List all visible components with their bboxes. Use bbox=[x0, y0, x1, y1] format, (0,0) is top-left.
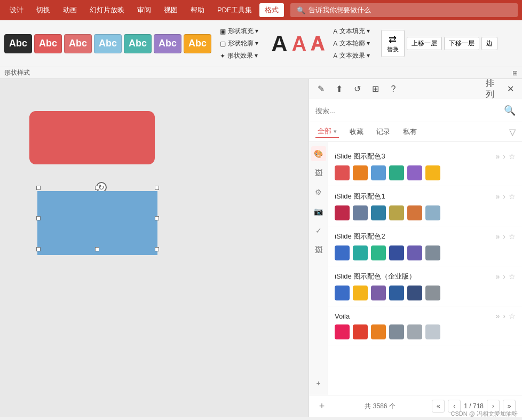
swatch-4-0[interactable] bbox=[335, 286, 350, 300]
style-dark-btn[interactable]: Abc bbox=[4, 34, 32, 53]
group-5-star-btn[interactable]: ☆ bbox=[509, 312, 516, 320]
panel-close-btn[interactable]: ✕ bbox=[503, 82, 518, 97]
swatch-5-2[interactable] bbox=[371, 324, 386, 339]
shape-outline-btn[interactable]: ▢ 形状轮廓 ▾ bbox=[218, 38, 260, 49]
group-3-expand-btn[interactable]: » bbox=[496, 232, 500, 241]
group-3-next-btn[interactable]: › bbox=[503, 232, 505, 241]
text-outline-btn[interactable]: A 文本轮廓 ▾ bbox=[331, 38, 372, 49]
handle-midright[interactable] bbox=[155, 216, 159, 220]
sidebar-add-btn[interactable]: + bbox=[311, 376, 326, 391]
group-2-expand-btn[interactable]: » bbox=[496, 192, 500, 201]
group-1-next-btn[interactable]: › bbox=[503, 152, 505, 161]
style-pink-btn[interactable]: Abc bbox=[64, 34, 92, 53]
swatch-4-4[interactable] bbox=[407, 286, 422, 300]
swatch-3-1[interactable] bbox=[353, 245, 368, 260]
swatch-2-4[interactable] bbox=[407, 205, 422, 220]
menu-design[interactable]: 设计 bbox=[4, 3, 29, 17]
group-4-next-btn[interactable]: › bbox=[503, 272, 505, 281]
swatch-4-5[interactable] bbox=[425, 286, 440, 300]
swatch-3-2[interactable] bbox=[371, 245, 386, 260]
move-end-btn[interactable]: 边 bbox=[481, 37, 497, 50]
group-4-star-btn[interactable]: ☆ bbox=[509, 272, 516, 281]
menu-animation[interactable]: 动画 bbox=[58, 3, 82, 17]
group-1-expand-btn[interactable]: » bbox=[496, 152, 500, 161]
swatch-3-5[interactable] bbox=[425, 245, 440, 260]
panel-edit-btn[interactable]: ✎ bbox=[313, 82, 328, 97]
swatch-4-2[interactable] bbox=[371, 286, 386, 300]
swatch-5-1[interactable] bbox=[353, 324, 368, 339]
menu-format[interactable]: 格式 bbox=[259, 3, 284, 17]
swatch-2-3[interactable] bbox=[389, 205, 404, 220]
group-4-expand-btn[interactable]: » bbox=[496, 272, 500, 281]
swatch-5-0[interactable] bbox=[335, 324, 350, 339]
panel-grid-btn[interactable]: ⊞ bbox=[368, 82, 383, 97]
footer-add-btn[interactable]: + bbox=[315, 400, 328, 413]
style-red-btn[interactable]: Abc bbox=[34, 34, 62, 53]
sidebar-photo2-btn[interactable]: 🖼 bbox=[311, 242, 326, 257]
top-search[interactable]: 🔍 告诉我你想要做什么 bbox=[290, 3, 518, 17]
swatch-2-0[interactable] bbox=[335, 205, 350, 220]
handle-topleft[interactable] bbox=[36, 186, 41, 190]
swatch-1-5[interactable] bbox=[425, 165, 440, 180]
swatch-3-4[interactable] bbox=[407, 245, 422, 260]
tab-favorites[interactable]: 收藏 bbox=[347, 126, 366, 138]
panel-search-input[interactable] bbox=[315, 107, 500, 115]
swatch-1-1[interactable] bbox=[353, 165, 368, 180]
menu-pdf[interactable]: PDF工具集 bbox=[212, 3, 257, 17]
shape-fill-btn[interactable]: ▣ 形状填充 ▾ bbox=[218, 26, 260, 37]
group-1-star-btn[interactable]: ☆ bbox=[509, 152, 516, 161]
style-purple-btn[interactable]: Abc bbox=[154, 34, 181, 53]
swatch-1-0[interactable] bbox=[335, 165, 350, 180]
swatch-5-5[interactable] bbox=[425, 324, 440, 339]
panel-help-btn[interactable]: ? bbox=[386, 82, 401, 97]
menu-help[interactable]: 帮助 bbox=[185, 3, 210, 17]
menu-slideshow[interactable]: 幻灯片放映 bbox=[84, 3, 130, 17]
handle-bottomright[interactable] bbox=[155, 247, 159, 251]
move-up-btn[interactable]: 上移一层 bbox=[407, 37, 442, 50]
panel-refresh-btn[interactable]: ↺ bbox=[350, 82, 365, 97]
swatch-2-1[interactable] bbox=[353, 205, 368, 220]
swatch-2-5[interactable] bbox=[425, 205, 440, 220]
sidebar-image-btn[interactable]: 🖼 bbox=[311, 165, 326, 180]
tab-all[interactable]: 全部 ▾ bbox=[315, 125, 339, 138]
handle-topmid[interactable] bbox=[95, 186, 99, 190]
style-teal-btn[interactable]: Abc bbox=[124, 34, 152, 53]
tab-private[interactable]: 私有 bbox=[401, 126, 419, 138]
menu-view[interactable]: 视图 bbox=[159, 3, 183, 17]
swatch-3-0[interactable] bbox=[335, 245, 350, 260]
expand-icon[interactable]: ⊞ bbox=[512, 69, 518, 77]
swatch-2-2[interactable] bbox=[371, 205, 386, 220]
group-5-expand-btn[interactable]: » bbox=[496, 312, 500, 320]
slide-canvas[interactable]: ↻ bbox=[0, 79, 309, 417]
sidebar-palette-btn[interactable]: 🎨 bbox=[311, 146, 326, 161]
group-2-next-btn[interactable]: › bbox=[503, 192, 505, 201]
style-bluelight-btn[interactable]: Abc bbox=[94, 34, 122, 53]
swatch-5-4[interactable] bbox=[407, 324, 422, 339]
menu-review[interactable]: 审阅 bbox=[132, 3, 156, 17]
panel-upload-btn[interactable]: ⬆ bbox=[331, 82, 346, 97]
tab-history[interactable]: 记录 bbox=[374, 126, 392, 138]
swatch-1-3[interactable] bbox=[389, 165, 404, 180]
handle-midleft[interactable] bbox=[36, 216, 41, 220]
style-yellow-btn[interactable]: Abc bbox=[184, 34, 211, 53]
sidebar-check-btn[interactable]: ✓ bbox=[311, 223, 326, 238]
swatch-3-3[interactable] bbox=[389, 245, 404, 260]
text-effect-btn[interactable]: A 文本效果 ▾ bbox=[331, 50, 372, 61]
sidebar-photo-btn[interactable]: 📷 bbox=[311, 204, 326, 219]
shape-red-rectangle[interactable] bbox=[29, 111, 155, 164]
swatch-1-2[interactable] bbox=[371, 165, 386, 180]
move-down-btn[interactable]: 下移一层 bbox=[444, 37, 479, 50]
swatch-1-4[interactable] bbox=[407, 165, 422, 180]
text-fill-btn[interactable]: A 文本填充 ▾ bbox=[331, 26, 372, 37]
swatch-4-1[interactable] bbox=[353, 286, 368, 300]
handle-topright[interactable] bbox=[155, 186, 159, 190]
group-5-next-btn[interactable]: › bbox=[503, 312, 505, 320]
group-3-star-btn[interactable]: ☆ bbox=[509, 232, 516, 241]
swatch-4-3[interactable] bbox=[389, 286, 404, 300]
shape-effect-btn[interactable]: ✦ 形状效果 ▾ bbox=[218, 50, 260, 61]
handle-bottomleft[interactable] bbox=[36, 247, 41, 251]
handle-bottommid[interactable] bbox=[95, 247, 99, 251]
panel-search-icon[interactable]: 🔍 bbox=[504, 105, 516, 116]
filter-icon[interactable]: ▽ bbox=[509, 127, 516, 137]
sidebar-settings-btn[interactable]: ⚙ bbox=[311, 185, 326, 200]
